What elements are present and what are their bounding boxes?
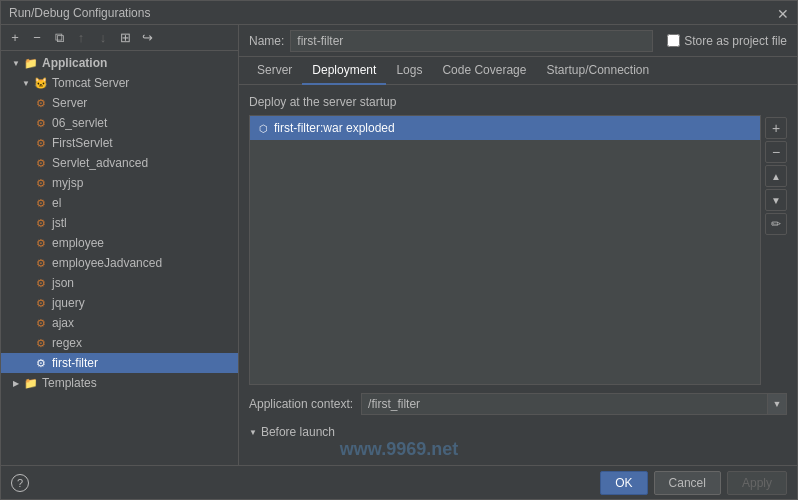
sidebar-label-json: json xyxy=(52,276,74,290)
deploy-remove-button[interactable]: − xyxy=(765,141,787,163)
close-icon[interactable]: ✕ xyxy=(777,7,789,19)
sidebar-item-employee[interactable]: ⚙ employee xyxy=(1,233,238,253)
config-icon-json: ⚙ xyxy=(33,275,49,291)
tab-deployment[interactable]: Deployment xyxy=(302,57,386,85)
help-icon[interactable]: ? xyxy=(11,474,29,492)
window-title: Run/Debug Configurations xyxy=(9,6,150,20)
sidebar-item-first-filter[interactable]: ⚙ first-filter xyxy=(1,353,238,373)
tab-startup-connection[interactable]: Startup/Connection xyxy=(536,57,659,85)
deploy-add-button[interactable]: + xyxy=(765,117,787,139)
move-up-button: ↑ xyxy=(71,28,91,48)
sidebar-item-tomcat-server[interactable]: 🐱 Tomcat Server xyxy=(1,73,238,93)
apply-button[interactable]: Apply xyxy=(727,471,787,495)
app-context-combo: ▼ xyxy=(361,393,787,415)
before-launch-arrow-icon: ▼ xyxy=(249,428,257,437)
sidebar-label-firstservlet: FirstServlet xyxy=(52,136,113,150)
sidebar-label-regex: regex xyxy=(52,336,82,350)
sidebar-toolbar: + − ⧉ ↑ ↓ ⊞ ↪ xyxy=(1,25,238,51)
sidebar-item-myjsp[interactable]: ⚙ myjsp xyxy=(1,173,238,193)
sidebar-item-application-label: Application xyxy=(42,56,107,70)
config-icon-regex: ⚙ xyxy=(33,335,49,351)
deploy-list: ⬡ first-filter:war exploded xyxy=(249,115,761,385)
tab-code-coverage[interactable]: Code Coverage xyxy=(432,57,536,85)
sidebar-item-json[interactable]: ⚙ json xyxy=(1,273,238,293)
deploy-item-label: first-filter:war exploded xyxy=(274,121,395,135)
sidebar-tree: 📁 Application 🐱 Tomcat Server xyxy=(1,51,238,465)
copy-config-button[interactable]: ⧉ xyxy=(49,28,69,48)
config-icon-employee: ⚙ xyxy=(33,235,49,251)
sidebar-label-myjsp: myjsp xyxy=(52,176,83,190)
tomcat-server-icon: 🐱 xyxy=(33,75,49,91)
name-input[interactable] xyxy=(290,30,653,52)
config-icon-myjsp: ⚙ xyxy=(33,175,49,191)
sort-button[interactable]: ⊞ xyxy=(115,28,135,48)
remove-config-button[interactable]: − xyxy=(27,28,47,48)
sidebar-item-06-servlet[interactable]: ⚙ 06_servlet xyxy=(1,113,238,133)
sidebar-item-ajax[interactable]: ⚙ ajax xyxy=(1,313,238,333)
main-content: + − ⧉ ↑ ↓ ⊞ ↪ 📁 Application xyxy=(1,25,797,465)
sidebar-item-servlet-advanced[interactable]: ⚙ Servlet_advanced xyxy=(1,153,238,173)
before-launch-section: ▼ Before launch xyxy=(249,425,787,443)
arrow-down-tomcat-icon xyxy=(19,76,33,90)
add-config-button[interactable]: + xyxy=(5,28,25,48)
app-context-dropdown-button[interactable]: ▼ xyxy=(767,393,787,415)
config-icon-firstservlet: ⚙ xyxy=(33,135,49,151)
sidebar-item-application[interactable]: 📁 Application xyxy=(1,53,238,73)
sidebar-item-firstservlet[interactable]: ⚙ FirstServlet xyxy=(1,133,238,153)
deploy-move-up-button[interactable]: ▲ xyxy=(765,165,787,187)
sidebar-label-jstl: jstl xyxy=(52,216,67,230)
cancel-button[interactable]: Cancel xyxy=(654,471,721,495)
sidebar-item-templates[interactable]: 📁 Templates xyxy=(1,373,238,393)
tab-server[interactable]: Server xyxy=(247,57,302,85)
arrow-down-icon xyxy=(9,56,23,70)
sidebar-item-server[interactable]: ⚙ Server xyxy=(1,93,238,113)
deploy-edit-button[interactable]: ✏ xyxy=(765,213,787,235)
bottom-bar: ? OK Cancel Apply xyxy=(1,465,797,499)
share-button[interactable]: ↪ xyxy=(137,28,157,48)
before-launch-label: Before launch xyxy=(261,425,335,439)
sidebar-label-ajax: ajax xyxy=(52,316,74,330)
sidebar-label-06-servlet: 06_servlet xyxy=(52,116,107,130)
tabs-bar: Server Deployment Logs Code Coverage Sta… xyxy=(239,57,797,85)
sidebar-item-jstl[interactable]: ⚙ jstl xyxy=(1,213,238,233)
config-icon-el: ⚙ xyxy=(33,195,49,211)
deploy-section-label: Deploy at the server startup xyxy=(249,95,787,109)
sidebar-label-employee: employee xyxy=(52,236,104,250)
sidebar-item-employeejadvanced[interactable]: ⚙ employeeJadvanced xyxy=(1,253,238,273)
war-exploded-icon: ⬡ xyxy=(256,121,270,135)
name-label: Name: xyxy=(249,34,284,48)
deploy-move-down-button[interactable]: ▼ xyxy=(765,189,787,211)
sidebar-label-jquery: jquery xyxy=(52,296,85,310)
store-label: Store as project file xyxy=(684,34,787,48)
sidebar-label-templates: Templates xyxy=(42,376,97,390)
sidebar: + − ⧉ ↑ ↓ ⊞ ↪ 📁 Application xyxy=(1,25,239,465)
app-context-input[interactable] xyxy=(361,393,767,415)
sidebar-item-regex[interactable]: ⚙ regex xyxy=(1,333,238,353)
store-project-file-checkbox[interactable] xyxy=(667,34,680,47)
sidebar-label-el: el xyxy=(52,196,61,210)
tree-section-application: 📁 Application 🐱 Tomcat Server xyxy=(1,53,238,373)
sidebar-item-el[interactable]: ⚙ el xyxy=(1,193,238,213)
list-item[interactable]: ⬡ first-filter:war exploded xyxy=(250,116,760,140)
deploy-side-buttons: + − ▲ ▼ ✏ xyxy=(765,115,787,385)
sidebar-label-employeejadvanced: employeeJadvanced xyxy=(52,256,162,270)
config-icon-employeejadvanced: ⚙ xyxy=(33,255,49,271)
bottom-bar-left: ? xyxy=(11,474,594,492)
sidebar-label-server: Server xyxy=(52,96,87,110)
sidebar-label-servlet-advanced: Servlet_advanced xyxy=(52,156,148,170)
run-debug-configurations-window: Run/Debug Configurations ✕ + − ⧉ ↑ ↓ ⊞ ↪ xyxy=(0,0,798,500)
tab-logs[interactable]: Logs xyxy=(386,57,432,85)
config-icon-first-filter: ⚙ xyxy=(33,355,49,371)
title-bar-left: Run/Debug Configurations xyxy=(9,6,150,20)
deploy-list-container: ⬡ first-filter:war exploded + − ▲ ▼ ✏ xyxy=(249,115,787,385)
config-icon-jquery: ⚙ xyxy=(33,295,49,311)
ok-button[interactable]: OK xyxy=(600,471,647,495)
sidebar-item-tomcat-label: Tomcat Server xyxy=(52,76,129,90)
sidebar-item-jquery[interactable]: ⚙ jquery xyxy=(1,293,238,313)
sidebar-label-first-filter: first-filter xyxy=(52,356,98,370)
app-context-row: Application context: ▼ xyxy=(249,393,787,415)
before-launch-header[interactable]: ▼ Before launch xyxy=(249,425,787,439)
config-icon-jstl: ⚙ xyxy=(33,215,49,231)
tab-deployment-content: Deploy at the server startup ⬡ first-fil… xyxy=(239,85,797,465)
tree-section-tomcat: 🐱 Tomcat Server ⚙ Server ⚙ xyxy=(1,73,238,373)
